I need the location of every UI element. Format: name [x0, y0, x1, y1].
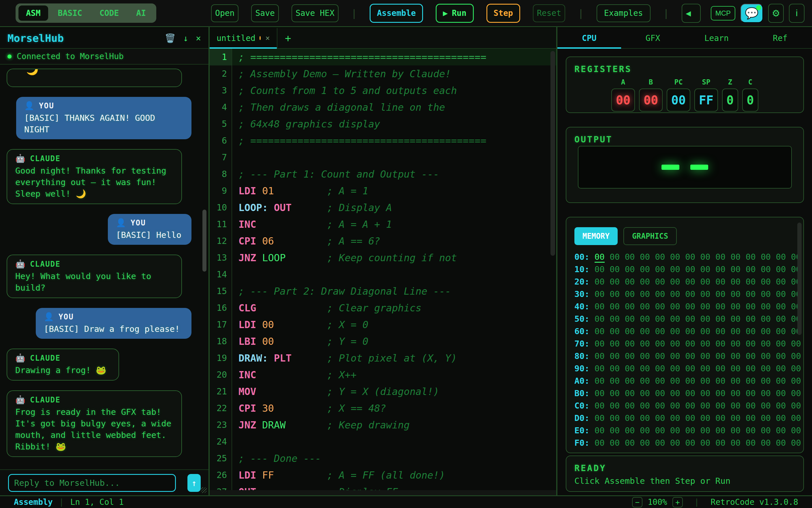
line-number: 9: [210, 182, 232, 199]
memory-byte: 00: [715, 438, 726, 448]
memory-byte: 00: [730, 326, 740, 336]
memory-byte: 00: [730, 376, 740, 386]
panel-tab-learn[interactable]: Learn: [685, 28, 749, 48]
line-number: 25: [210, 450, 232, 467]
line-content: [232, 149, 556, 166]
memory-byte: 00: [761, 388, 771, 398]
status-separator: |: [694, 497, 699, 507]
memory-byte: 00: [715, 413, 726, 423]
code-line-21: 21MOV ; Y = X (diagonal!): [210, 383, 556, 400]
memory-byte: 00: [746, 426, 756, 435]
code-line-22: 22CPI 30 ; X == 48?: [210, 400, 556, 417]
line-number: 8: [210, 166, 232, 182]
code-line-3: 3; Counts from 1 to 5 and outputs each: [210, 82, 556, 99]
chat-input[interactable]: [8, 474, 176, 492]
message-text: Drawing a frog! 🐸: [15, 365, 111, 376]
memory-scrollbar[interactable]: [797, 222, 802, 335]
message-text: [BASIC] Hello: [116, 229, 183, 241]
send-button[interactable]: ↑: [187, 474, 201, 492]
memory-byte: 00: [640, 339, 650, 348]
panel-tab-gfx[interactable]: GFX: [621, 28, 685, 48]
line-content: LDI 01 ; A = 1: [232, 182, 556, 199]
status-bar: Assembly | Ln 1, Col 1 − 100% + | RetroC…: [0, 495, 812, 508]
memory-byte: 00: [625, 413, 635, 423]
run-button-label: Run: [452, 8, 467, 18]
zoom-in-button[interactable]: +: [673, 497, 683, 507]
memory-byte: 00: [730, 426, 740, 435]
close-icon[interactable]: ×: [196, 33, 201, 43]
memory-byte: 00: [609, 252, 620, 262]
mode-tab-code[interactable]: CODE: [92, 5, 126, 21]
memory-byte: 00: [625, 401, 635, 411]
resize-grip-icon[interactable]: [201, 487, 207, 493]
zoom-out-button[interactable]: −: [632, 497, 642, 507]
editor-scrollbar[interactable]: [551, 51, 555, 256]
memory-byte: 00: [746, 438, 756, 448]
panel-tab-ref[interactable]: Ref: [748, 28, 812, 48]
tab-close-icon[interactable]: ×: [265, 34, 270, 42]
memory-byte: 00: [761, 413, 771, 423]
memory-byte: 00: [685, 252, 695, 262]
collapse-panel-button[interactable]: ◀: [682, 4, 701, 23]
mode-tab-ai[interactable]: AI: [129, 5, 154, 21]
memory-byte: 00: [655, 401, 665, 411]
assemble-button[interactable]: Assemble: [370, 4, 423, 23]
line-number: 13: [210, 249, 232, 266]
scroll-down-icon[interactable]: ↓: [183, 33, 188, 43]
mode-tab-asm[interactable]: ASM: [18, 5, 48, 21]
memory-row-C0: C0: 00 00 00 00 00 00 00 00 00 00 00 00 …: [574, 399, 803, 412]
editor-hscrollbar[interactable]: [210, 490, 556, 495]
reset-button[interactable]: Reset: [533, 4, 565, 22]
chat-title: MorselHub: [7, 32, 64, 44]
register-value: FF: [694, 88, 718, 112]
open-button[interactable]: Open: [211, 4, 239, 22]
memory-byte: 00: [625, 264, 635, 274]
memory-byte: 00: [670, 314, 680, 324]
memory-byte: 00: [685, 376, 695, 386]
memory-byte: 00: [640, 277, 650, 287]
tab-untitled[interactable]: untitled ×: [210, 28, 277, 48]
line-number: 4: [210, 99, 232, 116]
memory-byte: 00: [791, 413, 801, 423]
chat-toggle-button[interactable]: 💬: [740, 4, 763, 23]
memory-tab-graphics[interactable]: GRAPHICS: [624, 227, 677, 245]
memory-byte: 00: [640, 326, 650, 336]
cursor-position: Ln 1, Col 1: [70, 497, 124, 507]
chat-scrollbar[interactable]: [203, 210, 207, 271]
mode-tab-group: ASMBASICCODEAI: [15, 3, 156, 23]
memory-byte: 00: [776, 351, 786, 361]
memory-tab-memory[interactable]: MEMORY: [574, 227, 617, 245]
memory-byte: 00: [625, 376, 635, 386]
register-label: PC: [675, 78, 683, 86]
memory-byte: 00: [791, 401, 801, 411]
line-number: 14: [210, 266, 232, 283]
mcp-button[interactable]: MCP: [711, 6, 735, 20]
memory-byte: 00: [655, 277, 665, 287]
register-b: B00: [639, 78, 663, 112]
examples-button[interactable]: Examples: [597, 4, 650, 22]
new-tab-button[interactable]: +: [277, 28, 299, 48]
info-button[interactable]: i: [789, 4, 805, 23]
trash-icon[interactable]: 🗑️: [165, 33, 175, 43]
step-button[interactable]: Step: [486, 4, 520, 23]
save-hex-button[interactable]: Save HEX: [292, 4, 339, 22]
robot-avatar-icon: 🤖: [15, 154, 26, 163]
panel-tab-cpu[interactable]: CPU: [557, 28, 621, 48]
memory-byte: 00: [595, 314, 605, 324]
memory-byte: 00: [670, 388, 680, 398]
memory-byte: 00: [700, 426, 711, 435]
memory-byte: 00: [640, 426, 650, 435]
toolbar-separator: |: [351, 7, 357, 19]
memory-byte: 00: [625, 351, 635, 361]
memory-byte: 00: [655, 438, 665, 448]
memory-byte: 00: [685, 314, 695, 324]
memory-byte: 00: [595, 426, 605, 435]
settings-button[interactable]: ⚙: [768, 4, 784, 23]
run-button[interactable]: ▶ Run: [436, 4, 473, 23]
save-button[interactable]: Save: [251, 4, 279, 22]
code-line-10: 10LOOP: OUT ; Display A: [210, 199, 556, 216]
code-area[interactable]: 1; =====================================…: [210, 49, 556, 490]
memory-byte: 00: [700, 401, 711, 411]
memory-byte: 00: [700, 438, 711, 448]
mode-tab-basic[interactable]: BASIC: [50, 5, 90, 21]
